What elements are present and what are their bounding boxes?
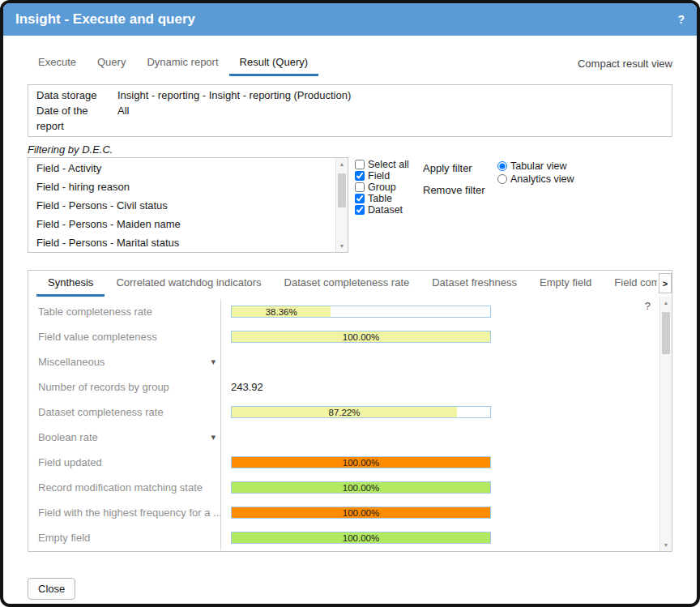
title-bar: Insight - Execute and query ? [3,3,697,36]
indicator-label: Record modification matching state [28,475,220,500]
scroll-up-icon[interactable]: ▲ [660,297,672,309]
radio-analytics-view[interactable]: Analytics view [497,173,574,186]
collapse-caret-icon[interactable]: ▾ [211,357,216,367]
indicator-bar: 38.36% [231,306,491,318]
main-tabs: ExecuteQueryDynamic reportResult (Query) [28,50,318,76]
list-item[interactable]: Field - Persons - Maiden name [28,215,335,233]
list-item[interactable]: Field - Activity [28,159,335,177]
filter-actions: Apply filter Remove filter [423,157,488,206]
result-tab-synthesis[interactable]: Synthesis [36,271,105,297]
footer: Close [28,578,672,600]
indicator-bar: 100.00% [231,331,491,343]
indicator-label-text: Record modification matching state [38,481,203,494]
tab-scroll-right-button[interactable]: > [659,273,672,293]
checkbox-table[interactable]: Table [355,193,410,204]
list-item[interactable]: Field - Persons - Marital status [28,233,335,252]
list-scrollbar[interactable]: ▲ ▼ [335,158,348,252]
result-tab-dataset-freshness[interactable]: Dataset freshness [420,271,528,297]
tab-dynamic-report[interactable]: Dynamic report [136,50,228,76]
indicator-bar: 87.22% [231,406,491,418]
help-icon[interactable]: ? [677,13,685,26]
indicator-label: Table completeness rate [28,299,220,324]
indicator-value: 243.92 [220,374,659,400]
indicator-value [220,425,659,450]
window-title: Insight - Execute and query [15,11,195,28]
checkbox-group[interactable]: Group [355,182,410,193]
indicator-bar-fill: 100.00% [232,532,490,543]
indicator-label-text: Dataset completeness rate [38,406,164,418]
indicator-row: Field with the highest frequency for a .… [28,500,659,525]
scroll-down-icon[interactable]: ▼ [660,539,672,551]
indicator-row: Empty field100.00% [28,525,659,550]
indicator-row: Miscellaneous▾ [28,349,659,374]
result-tab-empty-field[interactable]: Empty field [528,271,603,297]
view-mode-radios: Tabular viewAnalytics view [497,157,574,186]
checkbox-input-table[interactable] [355,194,365,203]
close-button[interactable]: Close [28,578,75,600]
indicator-label-text: Boolean rate [38,431,98,443]
indicator-row: Dataset completeness rate87.22% [28,400,659,425]
tab-bar-spacer [318,50,578,76]
tab-query[interactable]: Query [87,50,136,76]
scroll-up-icon[interactable]: ▲ [336,158,348,170]
radio-input-tabular-view[interactable] [497,161,507,171]
remove-filter-button[interactable]: Remove filter [423,184,488,196]
indicator-value: 100.00% [220,324,659,349]
radio-label: Analytics view [510,173,574,185]
indicator-label-text: Table completeness rate [38,306,152,318]
indicator-number: 243.92 [231,381,263,393]
checkbox-select-all[interactable]: Select all [355,159,410,170]
indicator-label: Boolean rate▾ [28,425,220,450]
list-item[interactable]: Field - Persons - Civil status [28,196,335,215]
result-panel: SynthesisCorrelated watchdog indicatorsD… [28,270,672,552]
indicator-row: Field value completeness100.00% [28,324,659,349]
indicator-bar-fill: 100.00% [232,507,490,518]
checkbox-input-group[interactable] [355,182,365,192]
indicator-label-text: Empty field [38,532,90,544]
panel-scroll-thumb[interactable] [662,312,670,354]
result-tab-dataset-completeness-rate[interactable]: Dataset completeness rate [273,271,421,297]
result-tab-correlated-watchdog-indicators[interactable]: Correlated watchdog indicators [105,271,272,297]
checkbox-dataset[interactable]: Dataset [355,204,410,216]
result-panel-body: ? Table completeness rate38.36%Field val… [28,297,672,551]
checkbox-input-select-all[interactable] [355,160,365,169]
report-date-value: All [117,103,664,134]
indicator-rows: Table completeness rate38.36%Field value… [28,299,659,550]
checkbox-input-field[interactable] [355,171,365,181]
apply-filter-button[interactable]: Apply filter [423,162,488,174]
checkbox-input-dataset[interactable] [355,205,365,215]
list-item[interactable]: Field - hiring reason [28,177,335,196]
indicator-value: 100.00% [220,500,659,525]
indicator-bar: 100.00% [231,507,491,519]
indicator-bar-fill: 87.22% [232,407,457,417]
indicator-row: Field updated100.00% [28,450,659,475]
list-scroll-track[interactable] [336,170,348,240]
panel-scrollbar[interactable]: ▲ ▼ [659,297,672,551]
collapse-caret-icon[interactable]: ▾ [211,432,216,442]
radio-tabular-view[interactable]: Tabular view [497,160,574,173]
indicator-value: 100.00% [220,475,659,500]
tab-result-query[interactable]: Result (Query) [229,50,319,76]
tab-execute[interactable]: Execute [28,50,87,76]
result-tab-field-compliance-a[interactable]: Field compliance a [603,271,657,297]
scroll-down-icon[interactable]: ▼ [336,240,348,252]
data-storage-label: Data storage [36,88,117,103]
checkbox-field[interactable]: Field [355,170,410,182]
indicator-label-text: Field with the highest frequency for a .… [38,507,220,519]
indicator-label: Field value completeness [28,324,220,349]
compact-result-view-link[interactable]: Compact result view [578,58,672,70]
indicator-value [220,349,659,374]
indicator-bar: 100.00% [231,532,491,544]
result-tabs: SynthesisCorrelated watchdog indicatorsD… [36,271,657,297]
list-scroll-thumb[interactable] [338,173,346,207]
panel-scroll-track[interactable] [660,309,672,539]
radio-input-analytics-view[interactable] [497,174,507,184]
checkbox-label: Dataset [368,204,403,216]
indicator-label-text: Miscellaneous [38,356,105,368]
indicator-label-text: Field value completeness [38,331,157,343]
dec-list: Field - ActivityField - hiring reasonFie… [28,159,335,252]
dec-listbox[interactable]: Field - ActivityField - hiring reasonFie… [28,157,348,253]
indicator-bar-fill: 38.36% [232,306,331,317]
indicator-bar-fill: 100.00% [232,482,490,493]
panel-help-icon[interactable]: ? [645,300,651,312]
